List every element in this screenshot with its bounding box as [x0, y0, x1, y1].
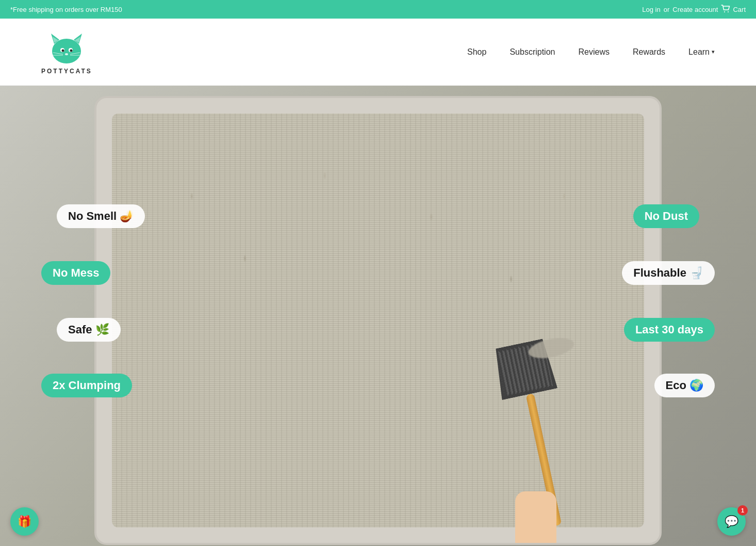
- svg-point-2: [52, 39, 81, 63]
- login-link[interactable]: Log in: [642, 6, 660, 13]
- bubble-eco: Eco 🌍: [654, 374, 715, 397]
- chat-widget[interactable]: 💬 1: [717, 507, 746, 536]
- announcement-text: *Free shipping on orders over RM150: [10, 6, 122, 13]
- bubble-no-dust: No Dust: [633, 204, 699, 228]
- chat-badge: 1: [737, 505, 748, 516]
- hero-background: No Smell 🪔 No Dust No Mess Flushable 🚽 S…: [0, 86, 756, 546]
- svg-point-10: [70, 49, 73, 52]
- bubble-last30days: Last 30 days: [624, 318, 715, 342]
- no-dust-label: No Dust: [645, 210, 688, 223]
- or-separator: or: [664, 6, 670, 13]
- 2xclumping-label: 2x Clumping: [53, 379, 121, 392]
- bubble-no-mess: No Mess: [41, 261, 110, 285]
- chevron-down-icon: ▾: [712, 49, 715, 55]
- bubble-2xclumping: 2x Clumping: [41, 374, 132, 397]
- rewards-icon: 🎁: [18, 515, 31, 528]
- logo[interactable]: POTTYCATS: [41, 29, 92, 75]
- litter-tray: [94, 96, 662, 545]
- main-nav: Shop Subscription Reviews Rewards Learn …: [467, 45, 715, 59]
- bubble-no-smell: No Smell 🪔: [57, 204, 145, 228]
- nav-learn-label: Learn: [688, 47, 710, 57]
- cart-label: Cart: [733, 6, 746, 13]
- nav-subscription[interactable]: Subscription: [510, 45, 555, 59]
- cart-icon: [721, 5, 730, 14]
- svg-point-0: [724, 11, 725, 12]
- nav-reviews[interactable]: Reviews: [578, 45, 609, 59]
- brand-name: POTTYCATS: [41, 68, 92, 75]
- hand: [515, 491, 556, 543]
- cart-link[interactable]: Cart: [721, 5, 746, 14]
- eco-label: Eco 🌍: [666, 379, 703, 392]
- svg-point-11: [65, 53, 68, 55]
- flushable-label: Flushable 🚽: [633, 266, 703, 280]
- last30-label: Last 30 days: [635, 323, 703, 336]
- nav-rewards[interactable]: Rewards: [633, 45, 665, 59]
- no-smell-label: No Smell 🪔: [68, 210, 134, 223]
- bubble-safe: Safe 🌿: [57, 318, 121, 342]
- rewards-widget[interactable]: 🎁: [10, 507, 39, 536]
- safe-label: Safe 🌿: [68, 323, 109, 336]
- svg-point-1: [728, 11, 729, 12]
- logo-icon: [46, 29, 87, 66]
- no-mess-label: No Mess: [53, 266, 99, 280]
- main-header: POTTYCATS Shop Subscription Reviews Rewa…: [0, 19, 756, 86]
- hero-section: No Smell 🪔 No Dust No Mess Flushable 🚽 S…: [0, 86, 756, 546]
- create-account-link[interactable]: Create account: [672, 6, 718, 13]
- top-nav-actions: Log in or Create account Cart: [642, 5, 746, 14]
- bubble-flushable: Flushable 🚽: [622, 261, 715, 285]
- svg-point-9: [62, 49, 64, 52]
- nav-shop[interactable]: Shop: [467, 45, 486, 59]
- nav-learn[interactable]: Learn ▾: [688, 45, 715, 59]
- chat-icon: 💬: [725, 515, 738, 528]
- announcement-bar: *Free shipping on orders over RM150 Log …: [0, 0, 756, 19]
